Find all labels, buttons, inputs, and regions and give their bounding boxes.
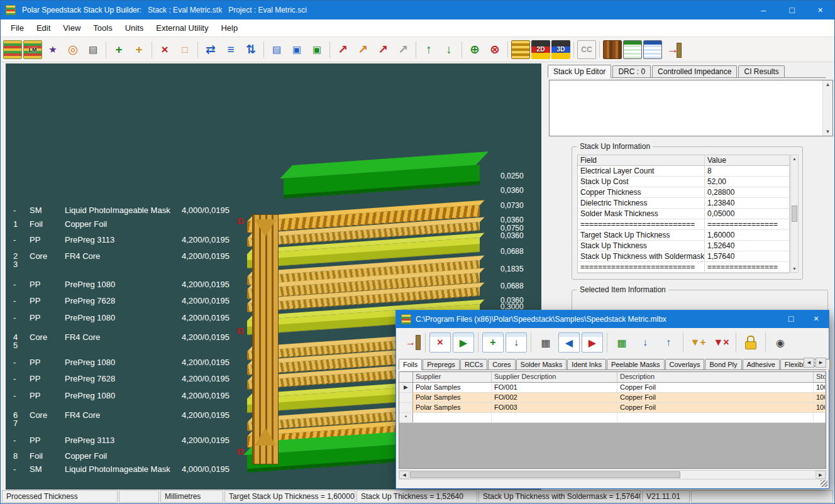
open-library-icon[interactable]: →: [663, 40, 682, 59]
table-row[interactable]: Target Stack Up Thickness 1,60000: [578, 230, 789, 241]
table-row[interactable]: Stack Up Cost 52,00: [578, 177, 789, 187]
table-row[interactable]: Electrical Layer Count 8: [578, 166, 789, 177]
edit-impedance-icon[interactable]: ↗: [353, 40, 372, 59]
scroll-up-icon[interactable]: ▲: [792, 156, 797, 161]
layer-row[interactable]: 6 7 Core FR4 Core 4,200/0,0195: [13, 411, 257, 427]
add-dielectric-icon[interactable]: +: [109, 40, 128, 59]
table-row[interactable]: ========================== =============…: [578, 219, 789, 230]
row-selector[interactable]: [399, 393, 413, 402]
layer-row[interactable]: - PP PrePreg 1080 4,200/0,0195: [13, 392, 257, 400]
delete-layer-icon[interactable]: ×: [155, 40, 174, 59]
layer-row[interactable]: - PP PrePreg 1080 4,200/0,0195: [13, 358, 257, 366]
tab-adhesive[interactable]: Adhesive: [743, 359, 780, 370]
paste-stack-icon[interactable]: ▣: [307, 40, 326, 59]
stackup-wizard-icon[interactable]: ★: [43, 40, 62, 59]
tab-rccs[interactable]: RCCs: [460, 359, 487, 370]
menu-help[interactable]: Help: [214, 20, 244, 36]
layer-row[interactable]: - PP PrePreg 1080 4,200/0,0195: [13, 280, 257, 288]
cc-icon[interactable]: CC: [577, 40, 596, 59]
tab-solder-masks[interactable]: Solder Masks: [516, 359, 567, 370]
editor-listbox[interactable]: ▲ ▼: [549, 80, 833, 136]
add-item-icon[interactable]: +: [482, 332, 504, 353]
scrollbar-thumb[interactable]: [410, 471, 680, 478]
delete-item-icon[interactable]: ×: [429, 332, 451, 353]
material-grid-icon[interactable]: ▦: [535, 332, 556, 353]
layer-row[interactable]: - PP PrePreg 3113 4,200/0,0195: [13, 236, 257, 244]
row-selector[interactable]: *: [399, 413, 413, 422]
layer-row[interactable]: 1 Foil Copper Foil: [13, 220, 257, 228]
maximize-button[interactable]: □: [778, 1, 806, 19]
calc-impedance-icon[interactable]: ↗: [373, 40, 392, 59]
table-row[interactable]: ========================== =============…: [578, 262, 789, 273]
scroll-down-icon[interactable]: ▼: [826, 129, 831, 134]
scrollbar-thumb[interactable]: [792, 205, 797, 222]
copy-to-stack-icon[interactable]: ▶: [453, 332, 474, 353]
supplier-description-column-header[interactable]: Supplier Description: [492, 372, 617, 382]
menu-tools[interactable]: Tools: [87, 20, 118, 36]
table-row[interactable]: Polar Samples FO/003 Copper Foil 100-C: [399, 403, 826, 413]
close-button[interactable]: ×: [806, 1, 834, 19]
import-item-icon[interactable]: ↓: [506, 332, 527, 353]
table-row[interactable]: Stack Up Thickness with Soldermask 1,576…: [578, 251, 789, 262]
library-resize-grip[interactable]: [396, 481, 829, 488]
stackup-editor-icon[interactable]: [3, 40, 22, 59]
tab-scroll-left-icon[interactable]: ◀: [804, 358, 814, 368]
view-2d-icon[interactable]: 2D: [531, 40, 550, 59]
tab-prepregs[interactable]: Prepregs: [423, 359, 460, 370]
navigate-library-icon[interactable]: ◉: [770, 332, 791, 353]
material-window-blue-icon[interactable]: [643, 40, 662, 59]
row-selector[interactable]: ▶: [399, 383, 413, 392]
table-row[interactable]: Stack Up Thickness 1,52640: [578, 241, 789, 251]
row-selector[interactable]: [399, 403, 413, 412]
scroll-down-icon[interactable]: ▼: [792, 266, 797, 271]
material-window-green-icon[interactable]: [623, 40, 642, 59]
lock-icon[interactable]: [740, 332, 761, 353]
grid-transfer-right-icon[interactable]: ▶: [582, 332, 603, 353]
clear-layer-icon[interactable]: □: [175, 40, 194, 59]
export-stack-icon[interactable]: ↓: [440, 40, 458, 59]
impedance-marker-icon[interactable]: Ω: [237, 216, 243, 226]
add-impedance-icon[interactable]: ↗: [333, 40, 352, 59]
table-row[interactable]: Solder Mask Thickness 0,05000: [578, 209, 789, 219]
tab-cores[interactable]: Cores: [488, 359, 515, 370]
view-3d-icon[interactable]: 3D: [551, 40, 570, 59]
layer-row[interactable]: 2 3 Core FR4 Core 4,200/0,0195: [13, 252, 257, 268]
tab-controlled-impedance[interactable]: Controlled Impedance: [652, 65, 737, 77]
library-close-button[interactable]: ×: [804, 310, 829, 327]
tab-bond-ply[interactable]: Bond Ply: [705, 359, 741, 370]
layer-row[interactable]: - PP PrePreg 7628 4,200/0,0195: [13, 375, 257, 383]
tab-coverlays[interactable]: Coverlays: [665, 359, 705, 370]
menu-file[interactable]: File: [4, 20, 30, 36]
tab-scroll-right-icon[interactable]: ▶: [816, 358, 826, 368]
impedance-marker-icon[interactable]: Ω: [237, 447, 243, 456]
scroll-left-icon[interactable]: ◀: [399, 471, 409, 479]
filter-add-icon[interactable]: ▼+: [687, 332, 709, 353]
filter-clear-icon[interactable]: ▼×: [711, 332, 732, 353]
edit-layer-icon[interactable]: ≡: [221, 40, 240, 59]
scrollbar-track[interactable]: [681, 471, 816, 479]
impedance-disabled-icon[interactable]: ↗: [394, 40, 412, 59]
tab-foils[interactable]: Foils: [399, 359, 422, 370]
menu-edit[interactable]: Edit: [30, 20, 57, 36]
layer-row[interactable]: - PP PrePreg 3113 4,200/0,0195: [13, 436, 257, 444]
minimize-button[interactable]: –: [749, 1, 778, 19]
layer-row[interactable]: 4 5 Core FR4 Core 4,200/0,0195: [13, 333, 257, 349]
menu-external-utility[interactable]: External Utility: [150, 20, 214, 36]
scroll-right-icon[interactable]: ▶: [816, 471, 826, 479]
grid-transfer-left-icon[interactable]: ◀: [558, 332, 580, 353]
online-library-red-icon[interactable]: ⊗: [485, 40, 504, 59]
stack-info-scrollbar[interactable]: ▲ ▼: [790, 155, 799, 273]
impedance-marker-icon[interactable]: Ω: [237, 326, 243, 336]
layer-row[interactable]: 8 Foil Copper Foil: [13, 452, 257, 460]
tab-peelable-masks[interactable]: Peelable Masks: [607, 359, 665, 370]
tab-drc[interactable]: DRC : 0: [612, 65, 651, 77]
layer-row[interactable]: - PP PrePreg 7628 4,200/0,0195: [13, 297, 257, 305]
online-library-green-icon[interactable]: ⊕: [465, 40, 484, 59]
tab-ci-results[interactable]: CI Results: [738, 65, 784, 77]
table-row[interactable]: *: [399, 413, 826, 423]
pressed-stack-icon[interactable]: [511, 40, 530, 59]
table-row[interactable]: Dielectric Thickness 1,23840: [578, 198, 789, 209]
grid-horizontal-scrollbar[interactable]: ◀ ▶: [399, 470, 826, 479]
distribute-layers-icon[interactable]: ⇅: [241, 40, 260, 59]
library-maximize-button[interactable]: □: [778, 310, 804, 327]
